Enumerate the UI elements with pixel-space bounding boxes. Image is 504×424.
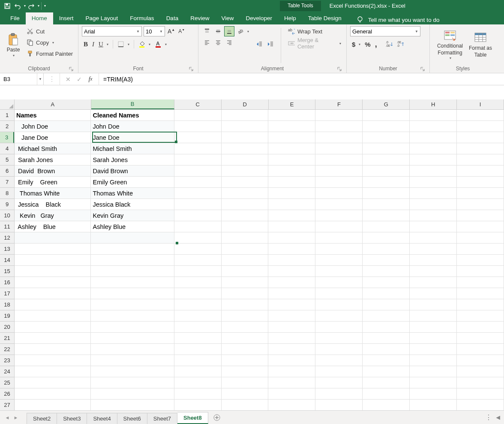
row-header-20[interactable]: 20 — [0, 322, 14, 333]
cell-F4[interactable] — [315, 143, 363, 154]
tab-help[interactable]: Help — [278, 12, 302, 24]
cell-H25[interactable] — [410, 377, 457, 388]
cell-B26[interactable] — [91, 388, 174, 400]
cell-G23[interactable] — [363, 355, 410, 366]
paste-button[interactable]: Paste ▾ — [3, 26, 23, 65]
tab-view[interactable]: View — [215, 12, 240, 24]
cell-H21[interactable] — [410, 333, 457, 344]
cell-H1[interactable] — [410, 110, 457, 121]
cell-G2[interactable] — [363, 121, 410, 132]
cell-A24[interactable] — [15, 366, 91, 377]
cell-H9[interactable] — [410, 199, 457, 210]
cell-C16[interactable] — [174, 277, 222, 288]
cell-G17[interactable] — [363, 288, 410, 299]
cell-H5[interactable] — [410, 154, 457, 165]
number-dialog-launcher[interactable] — [420, 66, 425, 72]
cell-F11[interactable] — [315, 221, 363, 232]
cell-C3[interactable] — [174, 132, 222, 143]
row-header-16[interactable]: 16 — [0, 277, 14, 288]
cell-F14[interactable] — [315, 255, 363, 266]
cell-D1[interactable] — [222, 110, 269, 121]
cell-B14[interactable] — [91, 255, 174, 266]
row-header-9[interactable]: 9 — [0, 199, 14, 210]
cell-H10[interactable] — [410, 210, 457, 221]
cell-D9[interactable] — [222, 199, 269, 210]
cell-E14[interactable] — [268, 255, 315, 266]
cell-C20[interactable] — [174, 322, 222, 333]
cell-E11[interactable] — [268, 221, 315, 232]
cell-C17[interactable] — [174, 288, 222, 299]
tab-developer[interactable]: Developer — [240, 12, 278, 24]
cell-G8[interactable] — [363, 188, 410, 199]
cell-B5[interactable]: Sarah Jones — [91, 154, 174, 165]
row-header-23[interactable]: 23 — [0, 355, 14, 366]
font-size-combo[interactable]: 10▼ — [144, 26, 165, 36]
font-dialog-launcher[interactable] — [189, 66, 194, 72]
column-header-A[interactable]: A — [15, 99, 91, 109]
cell-H22[interactable] — [410, 344, 457, 355]
cell-G10[interactable] — [363, 210, 410, 221]
row-header-13[interactable]: 13 — [0, 244, 14, 255]
cell-C22[interactable] — [174, 344, 222, 355]
orientation-button[interactable]: ab▾ — [235, 26, 251, 36]
cell-C5[interactable] — [174, 154, 222, 165]
cell-E12[interactable] — [268, 232, 315, 244]
cell-I17[interactable] — [457, 288, 504, 299]
column-header-B[interactable]: B — [91, 99, 174, 109]
cell-D17[interactable] — [222, 288, 269, 299]
cell-F1[interactable] — [315, 110, 363, 121]
cell-E27[interactable] — [268, 400, 315, 410]
save-icon[interactable] — [3, 1, 12, 11]
cell-E20[interactable] — [268, 322, 315, 333]
cell-H15[interactable] — [410, 266, 457, 277]
cell-G27[interactable] — [363, 400, 410, 410]
cell-E3[interactable] — [268, 132, 315, 143]
tab-review[interactable]: Review — [184, 12, 215, 24]
decrease-decimal-button[interactable]: .00.0 — [395, 39, 405, 49]
cell-E9[interactable] — [268, 199, 315, 210]
cell-D4[interactable] — [222, 143, 269, 154]
cell-I27[interactable] — [457, 400, 504, 410]
cell-G14[interactable] — [363, 255, 410, 266]
cell-F15[interactable] — [315, 266, 363, 277]
cell-E19[interactable] — [268, 310, 315, 322]
cell-A10[interactable]: Kevin Gray — [15, 210, 91, 221]
cell-A25[interactable] — [15, 377, 91, 388]
font-name-combo[interactable]: Arial▼ — [82, 26, 142, 36]
cell-A17[interactable] — [15, 288, 91, 299]
cell-C11[interactable] — [174, 221, 222, 232]
decrease-font-button[interactable]: A▼ — [177, 26, 186, 36]
cell-G11[interactable] — [363, 221, 410, 232]
tab-table-design[interactable]: Table Design — [302, 12, 348, 24]
cell-H23[interactable] — [410, 355, 457, 366]
cell-H6[interactable] — [410, 165, 457, 177]
clipboard-dialog-launcher[interactable] — [69, 66, 74, 72]
column-header-E[interactable]: E — [269, 99, 316, 109]
cell-B22[interactable] — [91, 344, 174, 355]
cell-D23[interactable] — [222, 355, 269, 366]
increase-font-button[interactable]: A▲ — [167, 26, 176, 36]
sheet-tab-sheet6[interactable]: Sheet6 — [117, 413, 147, 424]
cell-C7[interactable] — [174, 177, 222, 188]
row-header-6[interactable]: 6 — [0, 165, 14, 177]
cell-H24[interactable] — [410, 366, 457, 377]
cell-I26[interactable] — [457, 388, 504, 400]
cell-F27[interactable] — [315, 400, 363, 410]
cell-H16[interactable] — [410, 277, 457, 288]
cell-E21[interactable] — [268, 333, 315, 344]
conditional-formatting-button[interactable]: Conditional Formatting▾ — [433, 26, 467, 65]
cell-B9[interactable]: Jessica Black — [91, 199, 174, 210]
cell-B12[interactable] — [91, 232, 174, 244]
format-as-table-button[interactable]: Format as Table — [468, 26, 492, 65]
cell-C15[interactable] — [174, 266, 222, 277]
cell-A9[interactable]: Jessica Black — [15, 199, 91, 210]
undo-dropdown[interactable]: ▾ — [24, 4, 26, 8]
cell-G24[interactable] — [363, 366, 410, 377]
cell-I18[interactable] — [457, 299, 504, 310]
cell-A18[interactable] — [15, 299, 91, 310]
cell-D18[interactable] — [222, 299, 269, 310]
cell-D25[interactable] — [222, 377, 269, 388]
cell-G5[interactable] — [363, 154, 410, 165]
cell-G25[interactable] — [363, 377, 410, 388]
accounting-format-button[interactable]: $▾ — [350, 39, 362, 49]
